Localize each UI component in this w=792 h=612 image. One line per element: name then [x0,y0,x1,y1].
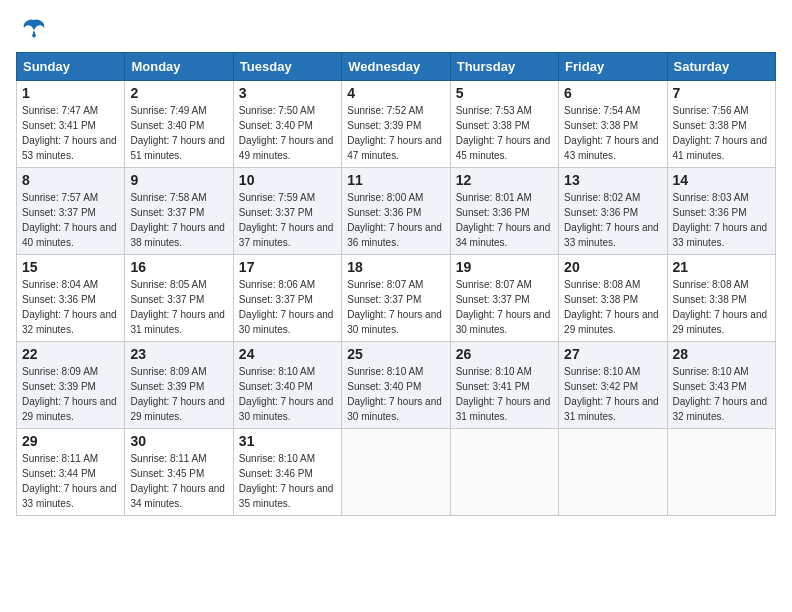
col-header-saturday: Saturday [667,53,775,81]
sunset-value: 3:38 PM [709,120,746,131]
sunset-label: Sunset: [347,294,384,305]
sunset-value: 3:37 PM [384,294,421,305]
day-info: Sunrise: 7:59 AM Sunset: 3:37 PM Dayligh… [239,190,336,250]
day-info: Sunrise: 8:05 AM Sunset: 3:37 PM Dayligh… [130,277,227,337]
sunset-label: Sunset: [239,381,276,392]
sunrise-label: Sunrise: [673,279,712,290]
sunrise-label: Sunrise: [673,366,712,377]
sunset-label: Sunset: [673,207,710,218]
day-info: Sunrise: 8:09 AM Sunset: 3:39 PM Dayligh… [130,364,227,424]
calendar-cell: 31 Sunrise: 8:10 AM Sunset: 3:46 PM Dayl… [233,429,341,516]
calendar-week-3: 15 Sunrise: 8:04 AM Sunset: 3:36 PM Dayl… [17,255,776,342]
day-info: Sunrise: 8:08 AM Sunset: 3:38 PM Dayligh… [564,277,661,337]
day-number: 6 [564,85,661,101]
sunset-label: Sunset: [22,207,59,218]
day-info: Sunrise: 8:01 AM Sunset: 3:36 PM Dayligh… [456,190,553,250]
daylight-label: Daylight: 7 hours and 30 minutes. [347,396,442,422]
calendar-cell [450,429,558,516]
sunset-value: 3:45 PM [167,468,204,479]
sunset-value: 3:38 PM [601,294,638,305]
col-header-wednesday: Wednesday [342,53,450,81]
calendar-cell: 11 Sunrise: 8:00 AM Sunset: 3:36 PM Dayl… [342,168,450,255]
calendar-cell: 20 Sunrise: 8:08 AM Sunset: 3:38 PM Dayl… [559,255,667,342]
sunset-label: Sunset: [239,120,276,131]
calendar-cell: 24 Sunrise: 8:10 AM Sunset: 3:40 PM Dayl… [233,342,341,429]
sunrise-label: Sunrise: [564,366,603,377]
sunrise-value: 7:49 AM [170,105,207,116]
daylight-label: Daylight: 7 hours and 31 minutes. [130,309,225,335]
day-number: 15 [22,259,119,275]
daylight-label: Daylight: 7 hours and 33 minutes. [673,222,768,248]
sunrise-label: Sunrise: [673,192,712,203]
day-info: Sunrise: 7:52 AM Sunset: 3:39 PM Dayligh… [347,103,444,163]
calendar-cell: 7 Sunrise: 7:56 AM Sunset: 3:38 PM Dayli… [667,81,775,168]
calendar-cell [342,429,450,516]
page-header [16,16,776,44]
sunset-value: 3:46 PM [276,468,313,479]
sunrise-value: 7:56 AM [712,105,749,116]
sunrise-label: Sunrise: [239,453,278,464]
sunrise-value: 8:02 AM [604,192,641,203]
sunset-label: Sunset: [130,468,167,479]
sunset-label: Sunset: [673,294,710,305]
day-number: 31 [239,433,336,449]
day-number: 22 [22,346,119,362]
sunset-value: 3:40 PM [276,381,313,392]
sunrise-value: 7:59 AM [278,192,315,203]
daylight-label: Daylight: 7 hours and 30 minutes. [239,309,334,335]
sunset-value: 3:36 PM [59,294,96,305]
sunrise-value: 7:57 AM [61,192,98,203]
calendar-cell: 29 Sunrise: 8:11 AM Sunset: 3:44 PM Dayl… [17,429,125,516]
sunset-value: 3:42 PM [601,381,638,392]
day-number: 2 [130,85,227,101]
sunset-value: 3:41 PM [492,381,529,392]
calendar-cell: 2 Sunrise: 7:49 AM Sunset: 3:40 PM Dayli… [125,81,233,168]
sunset-value: 3:40 PM [276,120,313,131]
daylight-label: Daylight: 7 hours and 32 minutes. [22,309,117,335]
daylight-label: Daylight: 7 hours and 36 minutes. [347,222,442,248]
sunrise-value: 8:09 AM [170,366,207,377]
day-info: Sunrise: 8:08 AM Sunset: 3:38 PM Dayligh… [673,277,770,337]
sunrise-label: Sunrise: [130,192,169,203]
sunrise-value: 7:53 AM [495,105,532,116]
sunset-value: 3:38 PM [492,120,529,131]
logo [16,16,48,44]
day-number: 12 [456,172,553,188]
sunset-value: 3:37 PM [492,294,529,305]
sunrise-value: 7:52 AM [387,105,424,116]
day-number: 11 [347,172,444,188]
day-info: Sunrise: 7:57 AM Sunset: 3:37 PM Dayligh… [22,190,119,250]
calendar-cell [559,429,667,516]
daylight-label: Daylight: 7 hours and 29 minutes. [673,309,768,335]
sunrise-value: 8:10 AM [278,366,315,377]
sunrise-label: Sunrise: [130,453,169,464]
sunset-label: Sunset: [673,381,710,392]
sunrise-label: Sunrise: [456,366,495,377]
calendar-cell: 8 Sunrise: 7:57 AM Sunset: 3:37 PM Dayli… [17,168,125,255]
sunrise-label: Sunrise: [22,105,61,116]
day-number: 25 [347,346,444,362]
daylight-label: Daylight: 7 hours and 29 minutes. [130,396,225,422]
day-info: Sunrise: 8:10 AM Sunset: 3:43 PM Dayligh… [673,364,770,424]
sunset-value: 3:37 PM [59,207,96,218]
day-number: 9 [130,172,227,188]
sunrise-label: Sunrise: [22,279,61,290]
calendar-cell: 4 Sunrise: 7:52 AM Sunset: 3:39 PM Dayli… [342,81,450,168]
sunrise-value: 8:11 AM [61,453,98,464]
day-info: Sunrise: 8:10 AM Sunset: 3:40 PM Dayligh… [347,364,444,424]
sunrise-label: Sunrise: [456,105,495,116]
sunset-value: 3:39 PM [59,381,96,392]
day-info: Sunrise: 8:11 AM Sunset: 3:45 PM Dayligh… [130,451,227,511]
sunset-value: 3:36 PM [384,207,421,218]
day-number: 17 [239,259,336,275]
calendar-cell: 3 Sunrise: 7:50 AM Sunset: 3:40 PM Dayli… [233,81,341,168]
day-number: 29 [22,433,119,449]
sunset-label: Sunset: [456,120,493,131]
day-info: Sunrise: 8:10 AM Sunset: 3:41 PM Dayligh… [456,364,553,424]
day-info: Sunrise: 8:03 AM Sunset: 3:36 PM Dayligh… [673,190,770,250]
day-number: 20 [564,259,661,275]
calendar-cell: 5 Sunrise: 7:53 AM Sunset: 3:38 PM Dayli… [450,81,558,168]
sunset-label: Sunset: [564,381,601,392]
day-number: 28 [673,346,770,362]
sunset-label: Sunset: [130,294,167,305]
